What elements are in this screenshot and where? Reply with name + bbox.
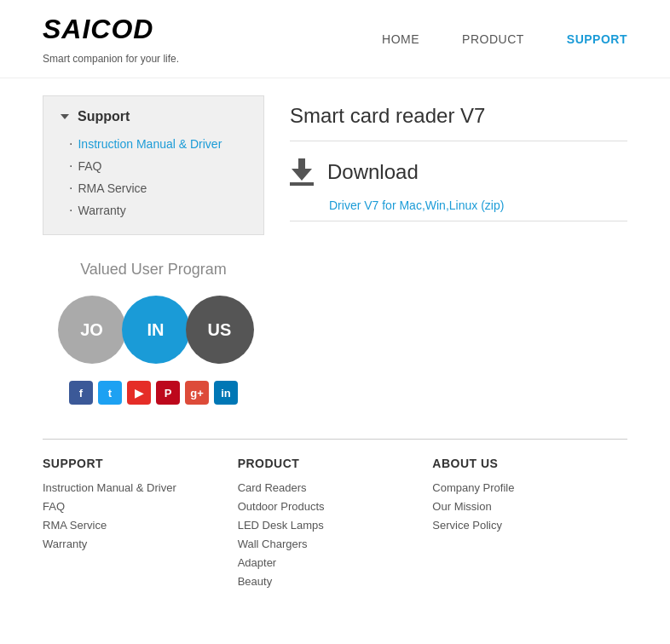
- footer-link[interactable]: Warranty: [43, 538, 87, 550]
- social-icons: f t ▶ P g+ in: [51, 381, 256, 405]
- footer-item: FAQ: [43, 499, 238, 513]
- logo-area: SAICOD Smart companion for your life.: [43, 13, 179, 65]
- download-icon: [290, 158, 314, 186]
- footer-heading-product: PRODUCT: [238, 457, 433, 470]
- sidebar-item-faq: FAQ: [69, 155, 246, 177]
- circle-in: IN: [122, 296, 190, 364]
- download-section: Download: [290, 158, 627, 186]
- footer-item: Adapter: [238, 555, 433, 569]
- pinterest-icon[interactable]: P: [156, 381, 180, 405]
- download-link[interactable]: Driver V7 for Mac,Win,Linux (zip): [329, 198, 627, 212]
- footer-link[interactable]: RMA Service: [43, 519, 107, 532]
- footer-item: RMA Service: [43, 518, 238, 532]
- footer-heading-support: SUPPORT: [43, 457, 238, 470]
- sidebar: Support Instruction Manual & Driver FAQ …: [43, 95, 264, 405]
- page-title: Smart card reader V7: [290, 104, 627, 128]
- sidebar-item-warranty: Warranty: [69, 199, 246, 221]
- nav-support[interactable]: SUPPORT: [567, 32, 627, 46]
- footer-link[interactable]: FAQ: [43, 500, 65, 513]
- title-divider: [290, 141, 627, 141]
- footer-link[interactable]: Instruction Manual & Driver: [43, 481, 176, 494]
- header: SAICOD Smart companion for your life. HO…: [0, 0, 670, 78]
- footer-link[interactable]: Adapter: [238, 556, 277, 569]
- sidebar-title: Support: [61, 109, 246, 124]
- footer-item: Company Profile: [432, 480, 627, 494]
- logo: SAICOD: [43, 13, 179, 51]
- footer-col-support: SUPPORT Instruction Manual & Driver FAQ …: [43, 457, 238, 593]
- sidebar-item-manual: Instruction Manual & Driver: [69, 133, 246, 155]
- footer-link[interactable]: LED Desk Lamps: [238, 519, 324, 532]
- chevron-down-icon: [61, 114, 69, 119]
- download-base: [290, 182, 314, 186]
- main-content: Support Instruction Manual & Driver FAQ …: [0, 78, 670, 422]
- footer-item: Warranty: [43, 537, 238, 550]
- logo-svg: SAICOD: [43, 13, 179, 45]
- sidebar-item-rma: RMA Service: [69, 177, 246, 199]
- footer-link[interactable]: Service Policy: [432, 519, 502, 532]
- facebook-icon[interactable]: f: [69, 381, 93, 405]
- main-nav: HOME PRODUCT SUPPORT: [382, 32, 627, 46]
- content-area: Smart card reader V7 Download Driver V7 …: [290, 95, 627, 405]
- footer-item: Outdoor Products: [238, 499, 433, 513]
- footer-item: Our Mission: [432, 499, 627, 513]
- sidebar-link-manual[interactable]: Instruction Manual & Driver: [78, 137, 222, 151]
- sidebar-link-warranty[interactable]: Warranty: [78, 204, 125, 217]
- footer-link[interactable]: Wall Chargers: [238, 538, 308, 550]
- footer-link[interactable]: Outdoor Products: [238, 500, 325, 513]
- nav-home[interactable]: HOME: [382, 32, 419, 46]
- footer-links-support: Instruction Manual & Driver FAQ RMA Serv…: [43, 480, 238, 550]
- download-divider: [290, 221, 627, 221]
- footer-item: Beauty: [238, 574, 433, 588]
- download-arrowhead: [292, 169, 312, 181]
- footer-col-about: ABOUT US Company Profile Our Mission Ser…: [432, 457, 627, 593]
- sidebar-link-faq[interactable]: FAQ: [78, 159, 101, 173]
- valued-user-section: Valued User Program JO IN US f t ▶ P g+ …: [43, 261, 264, 405]
- join-circles: JO IN US: [51, 296, 256, 364]
- footer-item: LED Desk Lamps: [238, 518, 433, 532]
- googleplus-icon[interactable]: g+: [185, 381, 209, 405]
- twitter-icon[interactable]: t: [98, 381, 122, 405]
- footer-link[interactable]: Company Profile: [432, 481, 514, 494]
- footer-item: Service Policy: [432, 518, 627, 532]
- footer-link[interactable]: Beauty: [238, 575, 272, 588]
- footer-links-about: Company Profile Our Mission Service Poli…: [432, 480, 627, 532]
- footer-col-product: PRODUCT Card Readers Outdoor Products LE…: [238, 457, 433, 593]
- svg-text:SAICOD: SAICOD: [43, 14, 153, 44]
- download-stem: [298, 158, 305, 169]
- footer-item: Card Readers: [238, 480, 433, 494]
- circle-us: US: [186, 296, 254, 364]
- footer-link[interactable]: Card Readers: [238, 481, 307, 494]
- footer-links-product: Card Readers Outdoor Products LED Desk L…: [238, 480, 433, 588]
- circle-jo: JO: [58, 296, 126, 364]
- footer-heading-about: ABOUT US: [432, 457, 627, 470]
- logo-tagline: Smart companion for your life.: [43, 53, 179, 65]
- download-label: Download: [327, 160, 419, 184]
- footer-link[interactable]: Our Mission: [432, 500, 491, 513]
- footer-item: Wall Chargers: [238, 537, 433, 550]
- youtube-icon[interactable]: ▶: [127, 381, 151, 405]
- valued-title: Valued User Program: [51, 261, 256, 279]
- linkedin-icon[interactable]: in: [214, 381, 238, 405]
- sidebar-box: Support Instruction Manual & Driver FAQ …: [43, 95, 264, 235]
- nav-product[interactable]: PRODUCT: [462, 32, 524, 46]
- footer: SUPPORT Instruction Manual & Driver FAQ …: [0, 440, 670, 610]
- sidebar-links: Instruction Manual & Driver FAQ RMA Serv…: [61, 133, 246, 221]
- footer-item: Instruction Manual & Driver: [43, 480, 238, 494]
- sidebar-link-rma[interactable]: RMA Service: [78, 181, 147, 195]
